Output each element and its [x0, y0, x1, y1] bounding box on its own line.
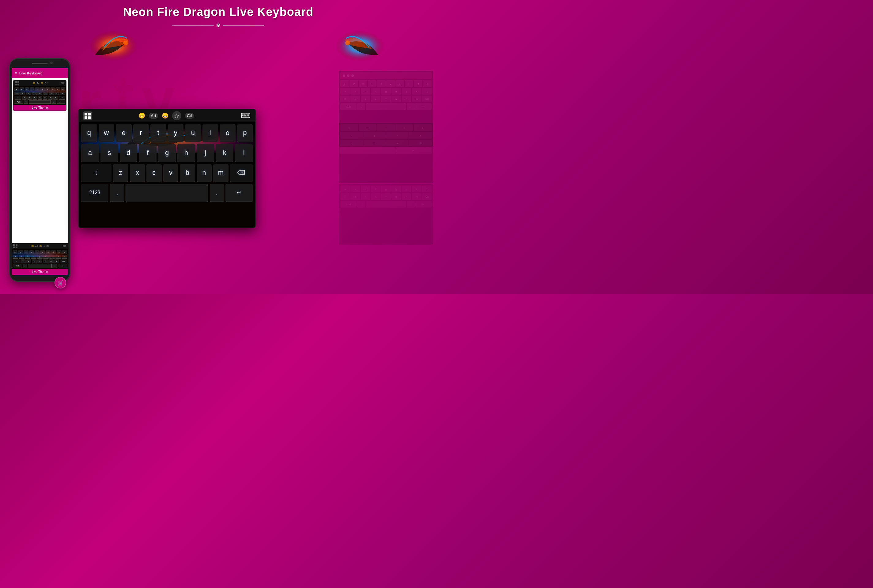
key-s[interactable]: s — [100, 144, 118, 162]
star-icon[interactable]: ☆ — [172, 111, 182, 120]
key-n[interactable]: n — [196, 164, 212, 182]
sticker-icon[interactable]: 😄 — [162, 112, 168, 119]
keyboard-settings-icon[interactable]: ⌨ — [241, 112, 250, 120]
phone-live-theme-2: Live Theme — [12, 269, 68, 275]
key-t[interactable]: t — [150, 124, 166, 142]
key-q[interactable]: q — [81, 124, 97, 142]
divider-icon: ❄ — [216, 22, 220, 29]
key-e[interactable]: e — [116, 124, 132, 142]
key-m[interactable]: m — [213, 164, 228, 182]
keyboard-toolbar-icons: 😊 Art 😄 ☆ Gif — [138, 111, 194, 120]
keyboard-row-2: a s d f g h j k l — [81, 144, 253, 162]
keyboard-keys-area: q w e r t y u i o p a s d f g h j k l ⇧ … — [79, 122, 255, 228]
key-p[interactable]: p — [237, 124, 253, 142]
backspace-key[interactable]: ⌫ — [230, 164, 253, 182]
key-v[interactable]: v — [163, 164, 178, 182]
key-u[interactable]: u — [185, 124, 201, 142]
key-y[interactable]: y — [168, 124, 184, 142]
key-k[interactable]: k — [216, 144, 233, 162]
ghost-keyboard-2: yui op hjkl bnm⌫ ↵ — [339, 123, 434, 184]
numbers-key[interactable]: ?123 — [81, 184, 108, 202]
key-j[interactable]: j — [196, 144, 214, 162]
phone-menu-icon: ≡ — [15, 71, 17, 75]
period-key[interactable]: . — [210, 184, 224, 202]
keyboard-row-3: ⇧ z x c v b n m ⌫ — [81, 164, 253, 182]
key-w[interactable]: w — [99, 124, 114, 142]
phone-live-theme-1: Live Theme — [14, 105, 66, 111]
phone-mockup: ≡ Live Keyboard 😊Art😄Gif ⌨ — [9, 58, 70, 282]
key-b[interactable]: b — [180, 164, 195, 182]
main-keyboard: 😊 Art 😄 ☆ Gif ⌨ — [78, 109, 256, 228]
emoji-icon[interactable]: 😊 — [138, 112, 145, 119]
phone-screen: ≡ Live Keyboard 😊Art😄Gif ⌨ — [12, 68, 68, 275]
key-d[interactable]: d — [120, 144, 138, 162]
art-button[interactable]: Art — [149, 113, 158, 119]
gif-button[interactable]: Gif — [185, 113, 194, 119]
key-a[interactable]: a — [81, 144, 99, 162]
key-c[interactable]: c — [146, 164, 162, 182]
dragon-right-image — [335, 18, 397, 68]
key-x[interactable]: x — [130, 164, 145, 182]
key-o[interactable]: o — [220, 124, 236, 142]
key-i[interactable]: i — [202, 124, 218, 142]
cart-button[interactable]: 🛒 — [54, 277, 66, 288]
key-g[interactable]: g — [158, 144, 176, 162]
comma-key[interactable]: , — [110, 184, 124, 202]
key-h[interactable]: h — [177, 144, 195, 162]
phone-header-title: Live Keyboard — [19, 71, 43, 75]
shift-key[interactable]: ⇧ — [81, 164, 111, 182]
key-l[interactable]: l — [235, 144, 253, 162]
space-key[interactable] — [126, 184, 208, 202]
grid-icon[interactable] — [83, 111, 92, 120]
phone-camera — [50, 62, 52, 64]
keyboard-toolbar: 😊 Art 😄 ☆ Gif ⌨ — [79, 110, 255, 122]
ghost-keyboard-3: asd fgh jkl ⇧zx cvb nm⌫ ?123 , . ↵ — [339, 184, 434, 245]
phone-app-header: ≡ Live Keyboard — [12, 68, 68, 78]
key-r[interactable]: r — [133, 124, 149, 142]
keyboard-row-1: q w e r t y u i o p — [81, 124, 253, 142]
cart-icon: 🛒 — [57, 280, 64, 286]
svg-point-4 — [345, 40, 350, 45]
key-z[interactable]: z — [113, 164, 128, 182]
phone-speaker — [32, 63, 48, 64]
enter-key[interactable]: ↵ — [225, 184, 253, 202]
dragon-left-image — [76, 18, 138, 68]
title-divider: ❄ — [172, 22, 264, 29]
keyboard-row-4: ?123 , . ↵ — [81, 184, 253, 202]
page-title: Neon Fire Dragon Live Keyboard — [0, 6, 436, 19]
key-f[interactable]: f — [139, 144, 156, 162]
